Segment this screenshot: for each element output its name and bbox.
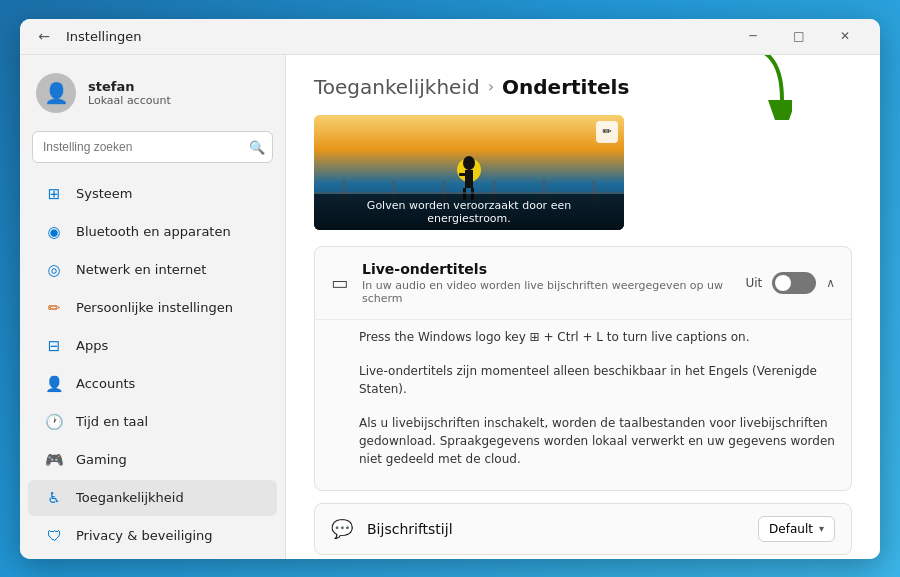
info-line-3: Als u livebijschriften inschakelt, worde… [359,406,835,476]
user-info: stefan Lokaal account [88,79,171,107]
sidebar-item-label: Privacy & beveiliging [76,528,213,543]
sidebar-item-tijd[interactable]: 🕐 Tijd en taal [28,404,277,440]
apps-icon: ⊟ [44,336,64,356]
bijschriftstijl-label: Bijschriftstijl [367,521,744,537]
sidebar: 👤 stefan Lokaal account 🔍 ⊞ Systeem ◉ Bl… [20,55,285,559]
sidebar-item-privacy[interactable]: 🛡 Privacy & beveiliging [28,518,277,554]
live-captions-text: Live-ondertitels In uw audio en video wo… [362,261,731,305]
sidebar-item-label: Persoonlijke instellingen [76,300,233,315]
chevron-up-icon[interactable]: ∧ [826,276,835,290]
search-input[interactable] [32,131,273,163]
sidebar-item-gaming[interactable]: 🎮 Gaming [28,442,277,478]
live-captions-toggle[interactable] [772,272,816,294]
preview-image: Golven worden veroorzaakt door een energ… [314,115,624,230]
sidebar-item-label: Apps [76,338,108,353]
toggle-label: Uit [745,276,762,290]
systeem-icon: ⊞ [44,184,64,204]
sidebar-item-label: Netwerk en internet [76,262,206,277]
sidebar-item-label: Tijd en taal [76,414,148,429]
live-captions-expanded: Press the Windows logo key ⊞ + Ctrl + L … [315,319,851,490]
sidebar-item-label: Gaming [76,452,127,467]
accounts-icon: 👤 [44,374,64,394]
sidebar-item-label: Bluetooth en apparaten [76,224,231,239]
preview-caption: Golven worden veroorzaakt door een energ… [314,194,624,230]
bijschriftstijl-row: 💬 Bijschriftstijl Default ▾ [314,503,852,555]
breadcrumb-parent: Toegankelijkheid [314,75,480,99]
avatar: 👤 [36,73,76,113]
titlebar: ← Instellingen ─ □ ✕ [20,19,880,55]
svg-rect-5 [459,173,469,176]
live-captions-desc: In uw audio en video worden live bijschr… [362,279,731,305]
sidebar-item-label: Toegankelijkheid [76,490,184,505]
sidebar-item-update[interactable]: ↻ Windows Update [28,556,277,559]
preview-edit-button[interactable]: ✏ [596,121,618,143]
sidebar-item-persoonlijk[interactable]: ✏ Persoonlijke instellingen [28,290,277,326]
tijd-icon: 🕐 [44,412,64,432]
svg-rect-4 [465,170,473,188]
toegankelijkheid-icon: ♿ [44,488,64,508]
window-controls: ─ □ ✕ [730,19,868,55]
back-button[interactable]: ← [32,24,56,48]
live-captions-controls: Uit ∧ [745,272,835,294]
green-arrow [712,55,792,120]
sidebar-item-accounts[interactable]: 👤 Accounts [28,366,277,402]
settings-window: ← Instellingen ─ □ ✕ 👤 stefan Lokaal acc… [20,19,880,559]
user-name: stefan [88,79,171,94]
persoonlijk-icon: ✏ [44,298,64,318]
gaming-icon: 🎮 [44,450,64,470]
live-captions-card: ▭ Live-ondertitels In uw audio en video … [314,246,852,491]
main-content: Toegankelijkheid › Ondertitels [285,55,880,559]
window-content: 👤 stefan Lokaal account 🔍 ⊞ Systeem ◉ Bl… [20,55,880,559]
netwerk-icon: ◎ [44,260,64,280]
dropdown-value: Default [769,522,813,536]
sidebar-item-systeem[interactable]: ⊞ Systeem [28,176,277,212]
bijschriftstijl-dropdown[interactable]: Default ▾ [758,516,835,542]
live-captions-title: Live-ondertitels [362,261,731,277]
sidebar-item-label: Systeem [76,186,132,201]
privacy-icon: 🛡 [44,526,64,546]
toggle-knob [775,275,791,291]
chevron-down-icon: ▾ [819,523,824,534]
user-section: 👤 stefan Lokaal account [20,63,285,127]
sidebar-item-toegankelijkheid[interactable]: ♿ Toegankelijkheid [28,480,277,516]
sidebar-item-apps[interactable]: ⊟ Apps [28,328,277,364]
window-title: Instellingen [66,29,730,44]
bluetooth-icon: ◉ [44,222,64,242]
sidebar-item-bluetooth[interactable]: ◉ Bluetooth en apparaten [28,214,277,250]
sidebar-item-netwerk[interactable]: ◎ Netwerk en internet [28,252,277,288]
minimize-button[interactable]: ─ [730,19,776,55]
sidebar-item-label: Accounts [76,376,135,391]
info-line-1: Press the Windows logo key ⊞ + Ctrl + L … [359,320,835,354]
close-button[interactable]: ✕ [822,19,868,55]
user-type: Lokaal account [88,94,171,107]
breadcrumb-separator: › [488,77,494,96]
bijschriftstijl-icon: 💬 [331,518,353,539]
svg-point-3 [463,156,475,170]
live-captions-header[interactable]: ▭ Live-ondertitels In uw audio en video … [315,247,851,319]
info-line-2: Live-ondertitels zijn momenteel alleen b… [359,354,835,406]
maximize-button[interactable]: □ [776,19,822,55]
search-icon: 🔍 [249,139,265,154]
search-box: 🔍 [32,131,273,163]
breadcrumb-current: Ondertitels [502,75,629,99]
live-captions-icon: ▭ [331,272,348,293]
